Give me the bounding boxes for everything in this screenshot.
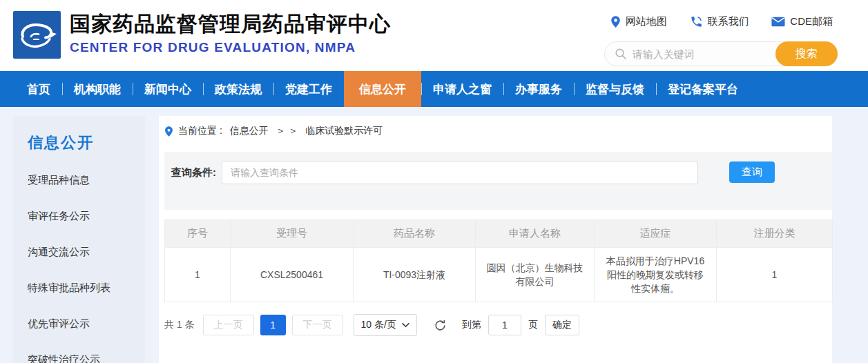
sidebar: 信息公开 受理品种信息 审评任务公示 沟通交流公示 特殊审批品种列表 优先审评公… xyxy=(13,116,145,363)
nav-item-supervision-feedback[interactable]: 监督与反馈 xyxy=(574,71,656,107)
sidebar-item-review-tasks[interactable]: 审评任务公示 xyxy=(28,210,145,223)
breadcrumb: 当前位置 : 信息公开 ＞ ＞ 临床试验默示许可 xyxy=(164,123,832,139)
sidebar-item-special-approval[interactable]: 特殊审批品种列表 xyxy=(28,282,145,295)
cell-applicant: 圆因（北京）生物科技有限公司 xyxy=(476,248,595,302)
nav-item-services[interactable]: 办事服务 xyxy=(503,71,574,107)
results-table: 序号 受理号 药品名称 申请人名称 适应症 注册分类 1 CXSL2500461… xyxy=(164,219,833,302)
breadcrumb-separator: ＞ ＞ xyxy=(273,125,301,137)
nav-item-info-disclosure[interactable]: 信息公开 xyxy=(344,71,421,107)
query-input[interactable] xyxy=(222,161,698,184)
nav-item-registration-platform[interactable]: 登记备案平台 xyxy=(656,71,750,107)
cell-indication: 本品拟用于治疗HPV16阳性的晚期复发或转移性实体瘤。 xyxy=(595,248,717,302)
query-button[interactable]: 查询 xyxy=(729,161,775,183)
phone-icon xyxy=(690,15,703,28)
search-button[interactable]: 搜索 xyxy=(775,41,838,66)
page-size-select[interactable]: 10 条/页 xyxy=(354,314,417,336)
site-search: 搜索 xyxy=(604,41,838,66)
sidebar-item-breakthrough-therapy[interactable]: 突破性治疗公示 xyxy=(28,353,145,363)
site-subtitle: CENTER FOR DRUG EVALUATION, NMPA xyxy=(70,40,391,55)
page-size-value: 10 条/页 xyxy=(361,319,396,331)
col-header-acceptance-no: 受理号 xyxy=(231,220,354,248)
col-header-index: 序号 xyxy=(165,220,231,248)
refresh-icon xyxy=(434,319,447,332)
goto-page-input[interactable] xyxy=(488,315,521,335)
page-1-button[interactable]: 1 xyxy=(260,315,286,335)
col-header-indication: 适应症 xyxy=(595,220,717,248)
nav-item-functions[interactable]: 机构职能 xyxy=(62,71,133,107)
search-input[interactable] xyxy=(627,48,775,60)
nav-item-news[interactable]: 新闻中心 xyxy=(133,71,203,107)
confirm-button[interactable]: 确定 xyxy=(545,315,579,335)
cell-registration-class: 1 xyxy=(717,248,833,302)
table-header-row: 序号 受理号 药品名称 申请人名称 适应症 注册分类 xyxy=(165,220,833,248)
sidebar-item-priority-review[interactable]: 优先审评公示 xyxy=(28,317,145,331)
site-title: 国家药品监督管理局药品审评中心 xyxy=(70,10,391,38)
sidebar-item-communication[interactable]: 沟通交流公示 xyxy=(28,246,145,259)
site-header: 国家药品监督管理局药品审评中心 CENTER FOR DRUG EVALUATI… xyxy=(0,0,868,71)
prev-page-button[interactable]: 上一页 xyxy=(203,315,254,335)
chevron-down-icon xyxy=(402,323,409,328)
goto-page-label: 到第 xyxy=(462,319,481,331)
refresh-button[interactable] xyxy=(434,319,447,332)
main-content: 当前位置 : 信息公开 ＞ ＞ 临床试验默示许可 查询条件: 查询 序号 受理号… xyxy=(159,116,832,363)
location-pin-icon xyxy=(610,15,621,28)
nav-item-party-building[interactable]: 党建工作 xyxy=(273,71,344,107)
table-row: 1 CXSL2500461 TI-0093注射液 圆因（北京）生物科技有限公司 … xyxy=(165,248,833,302)
cde-logo[interactable] xyxy=(13,11,61,59)
sitemap-label: 网站地图 xyxy=(626,15,667,28)
col-header-applicant: 申请人名称 xyxy=(476,220,595,248)
breadcrumb-section[interactable]: 信息公开 xyxy=(230,125,269,137)
query-panel: 查询条件: 查询 xyxy=(164,152,832,210)
pagination: 共 1 条 上一页 1 下一页 10 条/页 到第 页 确定 xyxy=(164,314,832,336)
sidebar-item-accepted-varieties[interactable]: 受理品种信息 xyxy=(28,174,145,187)
mailbox-label: CDE邮箱 xyxy=(790,15,833,28)
breadcrumb-pin-icon xyxy=(164,126,173,137)
contact-link[interactable]: 联系我们 xyxy=(690,15,749,28)
col-header-drug-name: 药品名称 xyxy=(354,220,476,248)
sitemap-link[interactable]: 网站地图 xyxy=(610,15,667,28)
cell-index: 1 xyxy=(165,248,231,302)
next-page-button[interactable]: 下一页 xyxy=(292,315,343,335)
nav-item-home[interactable]: 首页 xyxy=(15,71,62,107)
nav-item-applicant-window[interactable]: 申请人之窗 xyxy=(421,71,503,107)
breadcrumb-prefix: 当前位置 : xyxy=(178,125,225,137)
breadcrumb-current[interactable]: 临床试验默示许可 xyxy=(305,125,383,137)
main-nav: 首页 机构职能 新闻中心 政策法规 党建工作 信息公开 申请人之窗 办事服务 监… xyxy=(0,71,868,107)
query-label: 查询条件: xyxy=(171,161,216,184)
contact-label: 联系我们 xyxy=(708,15,749,28)
pagination-total: 共 1 条 xyxy=(164,319,195,331)
nav-item-policies[interactable]: 政策法规 xyxy=(203,71,273,107)
mailbox-link[interactable]: CDE邮箱 xyxy=(771,15,833,28)
cell-acceptance-no: CXSL2500461 xyxy=(231,248,354,302)
cde-logo-icon xyxy=(13,11,61,59)
col-header-registration-class: 注册分类 xyxy=(717,220,833,248)
envelope-icon xyxy=(771,17,785,27)
sidebar-title: 信息公开 xyxy=(28,133,145,153)
header-quick-links: 网站地图 联系我们 CDE邮箱 xyxy=(610,15,833,28)
search-icon xyxy=(615,48,627,60)
cell-drug-name: TI-0093注射液 xyxy=(354,248,476,302)
goto-page-suffix: 页 xyxy=(528,319,538,331)
